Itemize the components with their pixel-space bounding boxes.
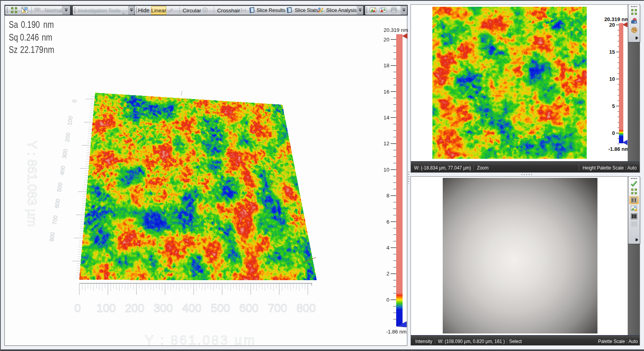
svg-text:8: 8 <box>386 193 389 199</box>
svg-text:16: 16 <box>383 89 389 95</box>
svg-text:10: 10 <box>609 76 615 82</box>
svg-text:15: 15 <box>609 49 615 55</box>
svg-text:20: 20 <box>609 22 615 28</box>
svg-text:14: 14 <box>383 115 390 121</box>
svg-text:18: 18 <box>383 62 389 68</box>
svg-text:12: 12 <box>383 140 389 146</box>
svg-text:20: 20 <box>383 37 389 43</box>
svg-text:4: 4 <box>386 245 389 251</box>
svg-text:2: 2 <box>386 271 389 277</box>
svg-text:0: 0 <box>386 297 389 303</box>
svg-text:0: 0 <box>612 130 615 136</box>
svg-text:5: 5 <box>612 103 615 109</box>
svg-text:6: 6 <box>386 219 389 225</box>
svg-text:10: 10 <box>383 167 389 173</box>
